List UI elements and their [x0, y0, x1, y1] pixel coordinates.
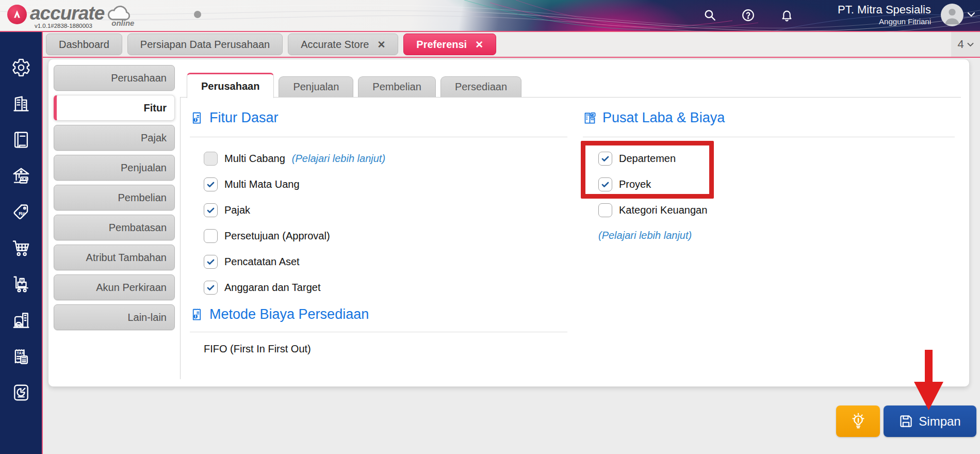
tab-dashboard[interactable]: Dashboard: [46, 34, 122, 55]
menu-item-lain-lain[interactable]: Lain-lain: [54, 304, 175, 330]
preferences-nav-menu: Perusahaan Fitur Pajak Penjualan Pembeli…: [54, 65, 175, 330]
avatar[interactable]: [941, 4, 963, 26]
checkbox-row-departemen[interactable]: Departemen: [598, 151, 707, 166]
pusat-laba-options: Departemen Proyek Kategori Keuangan: [598, 151, 707, 217]
tab-label: Accurate Store: [301, 39, 369, 51]
asset-building-car-icon[interactable]: [11, 311, 31, 330]
menu-item-perusahaan[interactable]: Perusahaan: [54, 65, 175, 91]
open-tabs-count: 4: [957, 38, 963, 51]
module-sidebar: Rp: [0, 32, 42, 454]
search-icon[interactable]: [703, 8, 717, 22]
account-chevron-down-icon[interactable]: [967, 10, 975, 20]
section-title: Metode Biaya Persediaan: [209, 306, 369, 322]
checkbox-label: Anggaran dan Target: [224, 282, 320, 294]
section-divider: [190, 137, 567, 137]
save-button-label: Simpan: [919, 414, 960, 429]
shopping-cart-icon[interactable]: [11, 238, 31, 258]
brand-name: accurate: [30, 2, 104, 25]
tab-label: Pembelian: [372, 81, 421, 93]
brand-sub-label: online: [111, 19, 134, 27]
checkbox-label: Proyek: [619, 179, 651, 190]
inventory-cost-method-value: FIFO (First In First Out): [204, 343, 311, 355]
checkbox-anggaran-dan-target[interactable]: [204, 281, 218, 295]
checkbox-pajak[interactable]: [204, 203, 218, 217]
app-logo[interactable]: accurate online: [7, 2, 133, 25]
tab-label: Penjualan: [293, 81, 339, 93]
settings-panel: Fitur Dasar Multi Cabang (Pelajari lebih…: [180, 97, 961, 379]
checkbox-row-multi-cabang[interactable]: Multi Cabang (Pelajari lebih lanjut): [204, 151, 385, 166]
checkbox-multi-cabang[interactable]: [204, 152, 218, 166]
journal-book-icon[interactable]: [11, 130, 31, 150]
company-name: PT. Mitra Spesialis: [838, 3, 931, 17]
checkbox-row-multi-mata-uang[interactable]: Multi Mata Uang: [204, 177, 385, 191]
bank-cash-icon[interactable]: [11, 166, 31, 186]
cloud-icon: online: [106, 4, 133, 24]
close-icon[interactable]: ✕: [377, 40, 385, 50]
tab-persiapan-data-perusahaan[interactable]: Persiapan Data Perusahaan: [127, 34, 283, 55]
app-version: v1.0.1#2838-1880003: [35, 23, 92, 29]
checkbox-persetujuan[interactable]: [204, 229, 218, 243]
menu-item-pembatasan[interactable]: Pembatasan: [54, 215, 175, 240]
checkbox-row-kategori-keuangan[interactable]: Kategori Keuangan: [598, 203, 707, 217]
checkbox-label: Pajak: [224, 204, 250, 216]
menu-item-label: Pembelian: [118, 192, 167, 204]
tab-pembelian[interactable]: Pembelian: [358, 76, 436, 97]
app-window: accurate online v1.0.1#2838-1880003: [0, 0, 980, 454]
notification-bell-icon[interactable]: [779, 8, 794, 22]
menu-item-label: Pajak: [141, 132, 167, 144]
fitur-dasar-options: Multi Cabang (Pelajari lebih lanjut) Mul…: [204, 151, 385, 295]
learn-more-link[interactable]: (Pelajari lebih lanjut): [292, 153, 385, 165]
section-title: Fitur Dasar: [209, 110, 279, 126]
save-button[interactable]: Simpan: [884, 406, 976, 437]
close-icon[interactable]: ✕: [475, 40, 483, 50]
chevron-down-icon: [967, 42, 974, 47]
company-buildings-icon[interactable]: [11, 94, 31, 113]
section-divider: [583, 137, 955, 137]
help-icon[interactable]: [741, 8, 755, 22]
pusat-laba-learn-more-link[interactable]: (Pelajari lebih lanjut): [598, 230, 692, 241]
tab-label: Perusahaan: [201, 80, 259, 92]
checkbox-proyek[interactable]: [598, 177, 612, 191]
menu-item-pembelian[interactable]: Pembelian: [54, 185, 175, 210]
user-account-block[interactable]: PT. Mitra Spesialis Anggun Fitriani: [838, 3, 931, 27]
checkbox-label: Persetujuan (Approval): [224, 230, 330, 242]
checkbox-label: Pencatatan Aset: [224, 256, 300, 268]
inventory-trolley-icon[interactable]: [11, 274, 31, 294]
category-tabs: Perusahaan Penjualan Pembelian Persediaa…: [187, 73, 521, 97]
open-tabs-count-dropdown[interactable]: 4: [951, 32, 980, 57]
settings-gear-icon[interactable]: [11, 58, 31, 77]
menu-item-label: Lain-lain: [127, 312, 167, 323]
checkbox-row-pencatatan-aset[interactable]: Pencatatan Aset: [204, 254, 385, 269]
checkbox-row-pajak[interactable]: Pajak: [204, 203, 385, 217]
checkbox-row-persetujuan[interactable]: Persetujuan (Approval): [204, 229, 385, 243]
checkbox-kategori-keuangan[interactable]: [598, 203, 612, 217]
tab-perusahaan[interactable]: Perusahaan: [187, 73, 274, 98]
cost-method-note-icon: [190, 307, 204, 321]
lightbulb-icon: [850, 413, 867, 430]
price-tag-rp-icon[interactable]: Rp: [11, 202, 31, 222]
checkbox-multi-mata-uang[interactable]: [204, 177, 218, 191]
report-pie-chart-icon[interactable]: [11, 383, 31, 402]
svg-text:Rp: Rp: [19, 210, 25, 216]
section-fitur-dasar-heading: Fitur Dasar: [190, 110, 279, 126]
tab-label: Persiapan Data Perusahaan: [140, 39, 270, 51]
status-dot: [194, 11, 201, 18]
checkbox-pencatatan-aset[interactable]: [204, 255, 218, 269]
checkbox-departemen[interactable]: [598, 152, 612, 166]
menu-item-label: Penjualan: [121, 162, 167, 174]
checkbox-row-anggaran-dan-target[interactable]: Anggaran dan Target: [204, 280, 385, 295]
hint-lightbulb-button[interactable]: [836, 406, 880, 437]
checkbox-label: Multi Mata Uang: [224, 179, 300, 190]
tab-preferensi[interactable]: Preferensi ✕: [403, 34, 496, 55]
menu-item-pajak[interactable]: Pajak: [54, 125, 175, 151]
tax-documents-icon[interactable]: TAX: [11, 347, 31, 366]
menu-item-akun-perkiraan[interactable]: Akun Perkiraan: [54, 274, 175, 300]
tab-penjualan[interactable]: Penjualan: [279, 76, 353, 97]
menu-item-fitur[interactable]: Fitur: [54, 95, 175, 121]
menu-item-atribut-tambahan[interactable]: Atribut Tambahan: [54, 245, 175, 270]
checkbox-row-proyek[interactable]: Proyek: [598, 177, 707, 191]
menu-item-penjualan[interactable]: Penjualan: [54, 155, 175, 181]
tab-accurate-store[interactable]: Accurate Store ✕: [288, 34, 398, 55]
tab-persediaan[interactable]: Persediaan: [440, 76, 521, 97]
feature-note-icon: [190, 111, 204, 125]
